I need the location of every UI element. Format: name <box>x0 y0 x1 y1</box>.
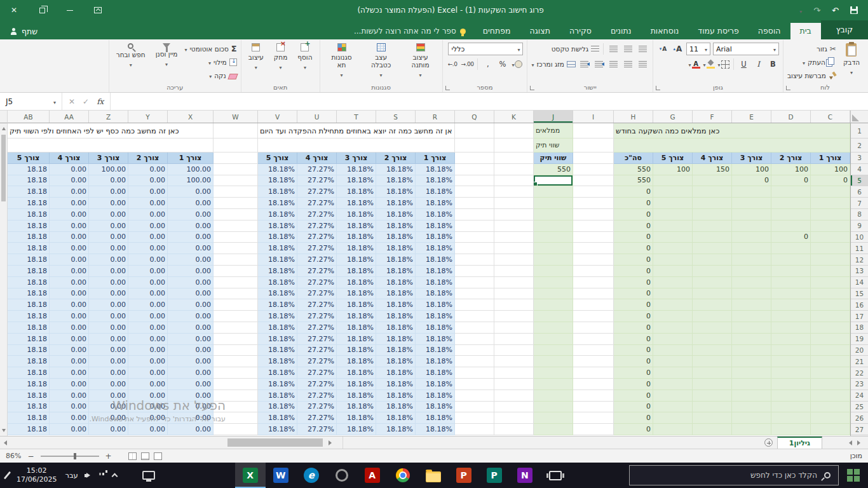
cell-AA13[interactable]: 0.00 <box>50 266 89 277</box>
zoom-in-button[interactable]: + <box>105 452 112 461</box>
share-button[interactable]: שתף <box>0 23 48 39</box>
cell-X13[interactable]: 0.00 <box>168 266 214 277</box>
cell-Q8[interactable] <box>455 209 494 220</box>
cell-T14[interactable]: 18.18% <box>337 277 376 288</box>
cell-F24[interactable] <box>693 390 732 402</box>
cell-D20[interactable] <box>771 345 811 356</box>
cell-D26[interactable] <box>771 412 811 424</box>
tab-review[interactable]: סקירה <box>560 23 601 39</box>
grow-font-button[interactable] <box>672 43 684 55</box>
cell-R23[interactable]: 18.18% <box>416 379 455 390</box>
cell-U9[interactable]: 27.27% <box>297 220 337 232</box>
cell-Y27[interactable]: 0.00 <box>128 424 168 435</box>
cell-F4[interactable]: 150 <box>693 164 732 175</box>
network-icon[interactable] <box>102 473 104 475</box>
cell-V9[interactable]: 18.18% <box>258 220 297 232</box>
column-header-Q[interactable]: Q <box>455 111 494 123</box>
font-family-combo[interactable]: Arial <box>713 43 779 55</box>
tab-formulas[interactable]: נוסחאות <box>641 23 689 39</box>
cell-Y21[interactable]: 0.00 <box>128 356 168 367</box>
cell-AA21[interactable]: 0.00 <box>50 356 89 367</box>
cell-V11[interactable]: 18.18% <box>258 243 297 254</box>
cell-X15[interactable]: 0.00 <box>168 288 214 300</box>
cell-C22[interactable] <box>811 367 850 379</box>
cell-X12[interactable]: 0.00 <box>168 254 214 266</box>
cell-K9[interactable] <box>494 220 534 232</box>
cell-I15[interactable] <box>573 288 614 300</box>
cell-J10[interactable] <box>534 232 573 243</box>
name-box[interactable]: J5 <box>0 93 62 110</box>
cell-Y5[interactable]: 0.00 <box>128 175 168 187</box>
zoom-slider-thumb[interactable] <box>74 453 76 459</box>
cell-D12[interactable] <box>771 254 811 266</box>
cell-V17[interactable]: 18.18% <box>258 311 297 322</box>
cell-G21[interactable] <box>653 356 693 367</box>
cell-F18[interactable] <box>693 322 732 334</box>
cell-D19[interactable] <box>771 334 811 345</box>
cell-R10[interactable]: 18.18% <box>416 232 455 243</box>
cell-I22[interactable] <box>573 367 614 379</box>
cell-W6[interactable] <box>214 186 258 198</box>
clipboard-dialog-launcher[interactable] <box>786 86 790 90</box>
cell-I13[interactable] <box>573 266 614 277</box>
cell-AB13[interactable]: 18.18 <box>8 266 50 277</box>
cell-S7[interactable]: 18.18% <box>376 198 416 209</box>
cell-H14[interactable]: 0 <box>614 277 653 288</box>
cell-R5[interactable]: 18.18% <box>416 175 455 187</box>
tab-nav-previous[interactable] <box>849 440 852 445</box>
cell-W18[interactable] <box>214 322 258 334</box>
cell-D13[interactable] <box>771 266 811 277</box>
cell-F5[interactable] <box>693 175 732 187</box>
cell-H27[interactable]: 0 <box>614 424 653 435</box>
cell-I10[interactable] <box>573 232 614 243</box>
cell-Z24[interactable]: 0.00 <box>89 390 128 402</box>
cell-I6[interactable] <box>573 186 614 198</box>
cell-E27[interactable] <box>732 424 771 435</box>
cell-Z23[interactable]: 0.00 <box>89 379 128 390</box>
cell-V14[interactable]: 18.18% <box>258 277 297 288</box>
cell-V19[interactable]: 18.18% <box>258 334 297 345</box>
increase-indent-button[interactable] <box>578 58 590 71</box>
column-header-V[interactable]: V <box>258 111 297 123</box>
number-dialog-launcher[interactable] <box>445 86 450 90</box>
cell-C20[interactable] <box>811 345 850 356</box>
start-button[interactable] <box>839 463 868 488</box>
row-header-24[interactable]: 24 <box>851 390 868 402</box>
cell-R12[interactable]: 18.18% <box>416 254 455 266</box>
cell-C5[interactable]: 0 <box>811 175 850 187</box>
cell-D22[interactable] <box>771 367 811 379</box>
cell-S13[interactable]: 18.18% <box>376 266 416 277</box>
cell-R13[interactable]: 18.18% <box>416 266 455 277</box>
cell-X22[interactable]: 0.00 <box>168 367 214 379</box>
cell-AB3[interactable]: צורך 5 <box>8 152 50 164</box>
cell-J15[interactable] <box>534 288 573 300</box>
cell-Q24[interactable] <box>455 390 494 402</box>
cell-AA27[interactable]: 0.00 <box>50 424 89 435</box>
cell-V4[interactable]: 18.18% <box>258 164 297 175</box>
cell-K26[interactable] <box>494 412 534 424</box>
cell-V7[interactable]: 18.18% <box>258 198 297 209</box>
cell-AA8[interactable]: 0.00 <box>50 209 89 220</box>
cell-H13[interactable]: 0 <box>614 266 653 277</box>
cell-C25[interactable] <box>811 402 850 413</box>
cell-I7[interactable] <box>573 198 614 209</box>
cell-T4[interactable]: 18.18% <box>337 164 376 175</box>
zoom-level[interactable]: 86% <box>6 452 21 460</box>
cell-X24[interactable]: 0.00 <box>168 390 214 402</box>
cell-H23[interactable]: 0 <box>614 379 653 390</box>
cell-X10[interactable]: 0.00 <box>168 232 214 243</box>
cell[interactable] <box>455 139 494 152</box>
cell-G17[interactable] <box>653 311 693 322</box>
sheet-tab-gilayon1[interactable]: גיליון1 <box>777 437 822 449</box>
cell-J24[interactable] <box>534 390 573 402</box>
cell-R20[interactable]: 18.18% <box>416 345 455 356</box>
cell-S14[interactable]: 18.18% <box>376 277 416 288</box>
cell-W9[interactable] <box>214 220 258 232</box>
cell-H11[interactable]: 0 <box>614 243 653 254</box>
cell-G7[interactable] <box>653 198 693 209</box>
cell-Y10[interactable]: 0.00 <box>128 232 168 243</box>
cell-AA6[interactable]: 0.00 <box>50 186 89 198</box>
cell-J19[interactable] <box>534 334 573 345</box>
cell-S18[interactable]: 18.18% <box>376 322 416 334</box>
cell-I21[interactable] <box>573 356 614 367</box>
